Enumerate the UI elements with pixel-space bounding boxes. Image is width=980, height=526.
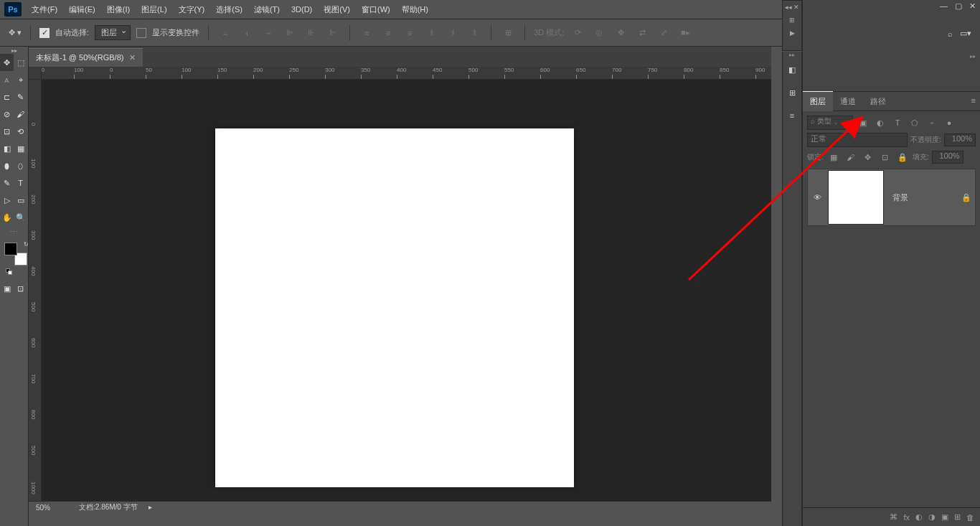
- eraser-tool[interactable]: ◧: [0, 140, 14, 157]
- fx-icon[interactable]: fx: [903, 513, 910, 522]
- quick-select-tool[interactable]: ⌖: [14, 71, 27, 88]
- panel-minimize-icon[interactable]: ―: [940, 1, 948, 11]
- tab-channels[interactable]: 通道: [833, 92, 863, 111]
- zoom-level[interactable]: 50%: [36, 504, 50, 512]
- pen-tool[interactable]: ✎: [0, 174, 14, 192]
- blend-mode-dropdown[interactable]: 正常: [807, 133, 908, 147]
- canvas-viewport[interactable]: [42, 80, 771, 502]
- move-tool[interactable]: ✥: [0, 54, 14, 71]
- align-left-icon[interactable]: ⊫: [282, 25, 298, 41]
- ruler-corner[interactable]: [29, 67, 42, 80]
- filter-kind-shape-icon[interactable]: ⬠: [908, 116, 922, 129]
- ruler-vertical[interactable]: 01002003004005006007008005001000: [29, 80, 42, 502]
- lasso-tool[interactable]: ⟑: [0, 71, 14, 88]
- swap-colors-icon[interactable]: ↻: [24, 241, 29, 248]
- history-brush-tool[interactable]: ⟲: [14, 123, 27, 140]
- 3d-scale-icon[interactable]: ⤢: [656, 25, 672, 41]
- strip-collapse-icon[interactable]: ◂◂ ✕: [783, 1, 801, 14]
- layer-thumbnail[interactable]: [828, 170, 884, 225]
- layer-name[interactable]: 背景: [885, 192, 958, 203]
- eyedropper-tool[interactable]: ✎: [14, 88, 27, 105]
- 3d-slide-icon[interactable]: ⇄: [634, 25, 650, 41]
- layer-filter-search[interactable]: ⌕ 类型 ⌄: [807, 116, 853, 130]
- fill-value[interactable]: 100%: [932, 151, 963, 164]
- stamp-tool[interactable]: ⊡: [0, 123, 14, 140]
- filter-kind-smart-icon[interactable]: ▫: [925, 116, 939, 129]
- lock-artboard-icon[interactable]: ⊡: [878, 151, 892, 164]
- align-top-icon[interactable]: ⫠: [217, 25, 233, 41]
- lock-all-icon[interactable]: 🔒: [895, 151, 910, 164]
- gradient-tool[interactable]: ▦: [14, 140, 27, 157]
- marquee-tool[interactable]: ⬚: [14, 54, 27, 71]
- lock-position-icon[interactable]: ✥: [861, 151, 875, 164]
- menu-window[interactable]: 窗口(W): [356, 0, 396, 19]
- new-layer-icon[interactable]: ⊞: [954, 512, 961, 522]
- adjustment-layer-icon[interactable]: ◑: [928, 512, 936, 522]
- healing-tool[interactable]: ⊘: [0, 105, 14, 123]
- delete-icon[interactable]: 🗑: [966, 513, 974, 522]
- menu-help[interactable]: 帮助(H): [396, 0, 434, 19]
- tab-paths[interactable]: 路径: [863, 92, 893, 111]
- menu-3d[interactable]: 3D(D): [286, 0, 318, 19]
- mask-icon[interactable]: ◐: [915, 512, 923, 522]
- strip-play-icon[interactable]: ▶: [783, 27, 801, 39]
- filter-kind-type-icon[interactable]: T: [890, 116, 905, 129]
- color-swatches[interactable]: ↻: [4, 243, 27, 266]
- align-bottom-icon[interactable]: ⫟: [260, 25, 276, 41]
- link-layers-icon[interactable]: ⌘: [890, 512, 897, 522]
- group-icon[interactable]: ▣: [941, 512, 948, 522]
- filter-kind-pixel-icon[interactable]: ▣: [856, 116, 870, 129]
- layer-visibility-icon[interactable]: 👁: [808, 193, 826, 202]
- path-select-tool[interactable]: ▷: [0, 192, 14, 209]
- swatches-panel-icon[interactable]: ⊞: [783, 82, 801, 103]
- toolbar-more[interactable]: ⋯: [1, 227, 27, 237]
- color-panel-icon[interactable]: ◧: [783, 59, 801, 80]
- tab-close-icon[interactable]: ✕: [129, 53, 136, 62]
- strip-history-icon[interactable]: ⊞: [783, 14, 801, 27]
- document-tab[interactable]: 未标题-1 @ 50%(RGB/8) ✕: [29, 48, 143, 67]
- tab-layers[interactable]: 图层: [803, 91, 833, 111]
- shape-tool[interactable]: ▭: [14, 192, 27, 209]
- menu-type[interactable]: 文字(Y): [173, 0, 211, 19]
- dist-bottom-icon[interactable]: ≡: [402, 25, 418, 41]
- strip-expand-icon[interactable]: ▸▸: [783, 52, 801, 57]
- layer-row-background[interactable]: 👁 背景 🔒: [807, 169, 976, 226]
- 3d-roll-icon[interactable]: ◎: [591, 25, 607, 41]
- align-right-icon[interactable]: ⊩: [325, 25, 341, 41]
- dodge-tool[interactable]: ⬯: [14, 157, 27, 174]
- dist-vcenter-icon[interactable]: ≡: [380, 25, 396, 41]
- zoom-tool[interactable]: 🔍: [14, 209, 27, 226]
- menu-file[interactable]: 文件(F): [26, 0, 63, 19]
- quick-mask-tool[interactable]: ▣: [0, 280, 14, 297]
- menu-edit[interactable]: 编辑(E): [63, 0, 101, 19]
- panel-close-icon[interactable]: ✕: [969, 1, 976, 11]
- foreground-color[interactable]: [4, 243, 17, 255]
- 3d-pan-icon[interactable]: ✥: [613, 25, 628, 41]
- filter-toggle-icon[interactable]: ●: [942, 116, 956, 129]
- menu-select[interactable]: 选择(S): [210, 0, 248, 19]
- menu-filter[interactable]: 滤镜(T): [248, 0, 286, 19]
- brush-tool[interactable]: 🖌: [14, 105, 27, 123]
- lock-pixels-icon[interactable]: 🖌: [844, 151, 858, 164]
- toolbar-collapse-button[interactable]: ▸▸: [0, 47, 28, 54]
- dist-left-icon[interactable]: ⦀: [423, 25, 439, 41]
- panel-maximize-icon[interactable]: ▢: [955, 1, 962, 11]
- auto-align-icon[interactable]: ⊞: [500, 25, 516, 41]
- 3d-camera-icon[interactable]: ■▸: [677, 25, 693, 41]
- filter-kind-adjustment-icon[interactable]: ◐: [873, 116, 887, 129]
- adjustments-panel-icon[interactable]: ≡: [783, 105, 801, 126]
- search-icon[interactable]: ⌕: [948, 29, 953, 38]
- auto-select-checkbox[interactable]: ✓: [39, 28, 50, 38]
- menu-view[interactable]: 视图(V): [318, 0, 356, 19]
- lock-transparent-icon[interactable]: ▦: [826, 151, 841, 164]
- dist-hcenter-icon[interactable]: ⦀: [445, 25, 461, 41]
- doc-info[interactable]: 文档:2.86M/0 字节 ▸: [79, 502, 152, 512]
- default-colors-icon[interactable]: [6, 268, 13, 276]
- panel-menu-icon[interactable]: ≡: [971, 96, 976, 105]
- type-tool[interactable]: T: [14, 174, 27, 192]
- panel-collapse-icon[interactable]: ▸▸: [970, 53, 976, 60]
- dist-top-icon[interactable]: ≡: [359, 25, 374, 41]
- layer-lock-icon[interactable]: 🔒: [958, 193, 975, 202]
- menu-image[interactable]: 图像(I): [101, 0, 136, 19]
- hand-tool[interactable]: ✋: [0, 209, 14, 226]
